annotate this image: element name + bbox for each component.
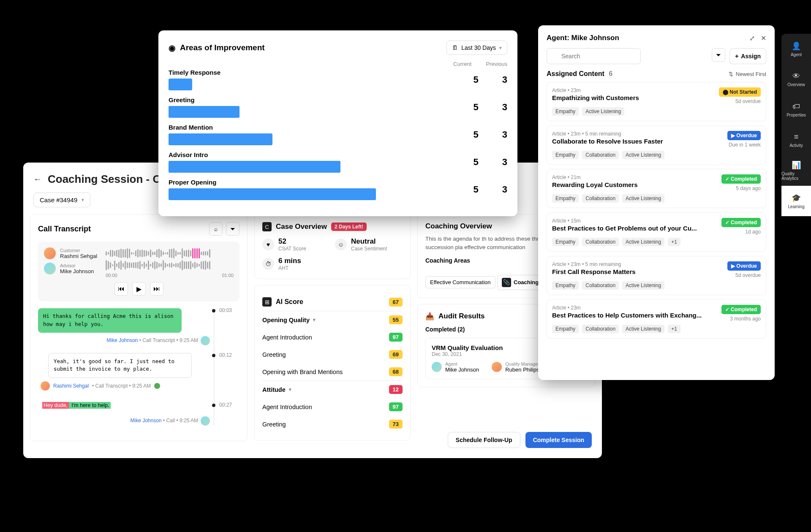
prev-button[interactable]: ⏮ [114,282,128,296]
tag: Collaboration [582,194,619,203]
status-badge: ▶ Overdue [727,261,761,271]
avatar [201,416,210,426]
nav-learning[interactable]: 🎓Learning [781,186,811,216]
content-title: Best Practices to Help Customers with Ex… [552,312,702,319]
metric-label: Proper Opening [169,179,465,186]
complete-session-button[interactable]: Complete Session [525,432,592,448]
tag: Empathy [552,194,579,203]
nav-quality[interactable]: 📊Quality Analytics [781,155,811,186]
metric-previous: 3 [502,157,507,168]
play-button[interactable]: ▶ [132,282,146,296]
due-text: 5d overdue [727,272,761,278]
chevron-down-icon: ▾ [289,387,291,392]
status-dot-icon [154,383,160,389]
filter-icon[interactable]: ⏷ [226,222,239,236]
audio-player: CustomerRashmi Sehgal AdvisorMike Johnso… [38,242,239,301]
tag: Active Listening [622,325,664,333]
back-icon[interactable]: ← [33,174,42,184]
metric-bar [169,188,376,200]
case-icon: C [262,222,272,231]
metric-bar [169,79,192,90]
close-icon[interactable]: ✕ [761,34,766,42]
metric-previous: 3 [502,74,507,85]
content-card[interactable]: Article • 21mRewarding Loyal Customers✓ … [547,169,766,208]
metric-current: 5 [474,102,479,113]
metric-current: 5 [474,74,479,85]
search-input[interactable] [547,48,641,64]
transcript-message[interactable]: Hey dude, I'm here to help. [38,398,182,413]
content-card[interactable]: Article • 23m • 5 min remainingFirst Cal… [547,256,766,295]
nav-agent[interactable]: 👤Agent [781,34,811,64]
tag-icon: 🏷 [792,102,800,111]
avatar [432,362,442,372]
coaching-area-pill[interactable]: Effective Communication [425,276,495,288]
content-meta: Article • 23m [552,305,702,311]
metric-previous: 3 [502,102,507,113]
search-icon[interactable]: ⌕ [209,222,223,236]
content-card[interactable]: Article • 23mBest Practices to Help Cust… [547,299,766,339]
transcript-message[interactable]: Hi thanks for calling Acme this is aliso… [38,308,182,333]
status-badge: ⬤ Not Started [719,87,761,97]
metric-current: 5 [474,184,479,195]
case-selector[interactable]: Case #34949 ▾ [33,193,90,207]
sentiment-icon: ☺ [335,239,347,250]
tag: Collaboration [582,281,619,290]
waveform[interactable] [106,247,234,259]
content-title: Best Practices to Get Problems out of yo… [552,225,697,232]
timeline [214,308,214,426]
avatar [44,247,56,259]
tag: Empathy [552,325,579,333]
due-text: 5d overdue [719,98,761,104]
waveform[interactable] [106,259,234,271]
tag: +1 [668,325,680,333]
content-title: Collaborate to Resolve Issues Faster [552,138,663,145]
tag: Collaboration [582,151,619,159]
inbox-icon: 📥 [425,312,434,321]
status-badge: ✓ Completed [721,218,761,227]
areas-of-improvement-panel: ◉Areas of Improvement 🗓Last 30 Days▾ Cur… [158,30,517,216]
eye-icon: 👁 [792,72,800,81]
chevron-down-icon: ▾ [82,197,84,203]
expand-icon[interactable]: ⤢ [749,34,755,42]
content-card[interactable]: Article • 23m • 5 min remainingCollabora… [547,125,766,165]
avatar [492,362,502,372]
transcript-heading: Call Transcript [38,225,91,233]
nav-properties[interactable]: 🏷Properties [781,95,811,125]
transcript-message[interactable]: Yeah, it's good so far. I just need to s… [48,353,192,378]
content-card[interactable]: Article • 15mBest Practices to Get Probl… [547,212,766,252]
schedule-followup-button[interactable]: Schedule Follow-Up [448,432,520,448]
learning-icon: 🎓 [792,193,801,203]
agent-icon: 👤 [792,41,801,51]
status-badge: ✓ Completed [721,174,761,184]
agent-panel: Agent: Mike Johnson ⤢✕ ⏷ +Assign Assigne… [538,25,775,380]
due-text: 3 months ago [721,316,761,322]
nav-activity[interactable]: ≡Activity [781,125,811,155]
metric-label: Advisor Intro [169,151,465,158]
tag: Active Listening [622,238,664,246]
ai-score-panel: ⊞AI Score 67 Opening Quality▾55 Agent In… [254,285,411,441]
metric-label: Timely Response [169,69,465,76]
assign-button[interactable]: +Assign [729,48,766,64]
content-title: Empathizing with Customers [552,94,639,101]
tag: Active Listening [622,151,664,159]
heart-icon: ♥ [262,239,274,250]
filter-icon[interactable]: ⏷ [712,48,725,62]
agent-title: Agent: Mike Johnson [547,34,619,42]
nav-overview[interactable]: 👁Overview [781,64,811,95]
calendar-icon: 🗓 [452,44,458,51]
ai-icon: ⊞ [262,297,272,307]
target-icon: ◉ [169,43,176,53]
avatar [44,263,56,274]
tag: Collaboration [582,238,619,246]
content-meta: Article • 23m • 5 min remaining [552,261,636,267]
analytics-icon: 📊 [792,160,801,170]
avatar [201,336,210,345]
next-button[interactable]: ⏭ [150,282,163,296]
content-card[interactable]: Article • 23mEmpathizing with Customers⬤… [547,82,766,121]
metric-bar [169,161,340,173]
chevron-down-icon: ▾ [313,317,316,323]
tag: Collaboration [582,325,619,333]
date-range-selector[interactable]: 🗓Last 30 Days▾ [446,41,507,55]
sort-selector[interactable]: ⇅Newest First [729,71,766,77]
due-text: 5 days ago [721,185,761,191]
